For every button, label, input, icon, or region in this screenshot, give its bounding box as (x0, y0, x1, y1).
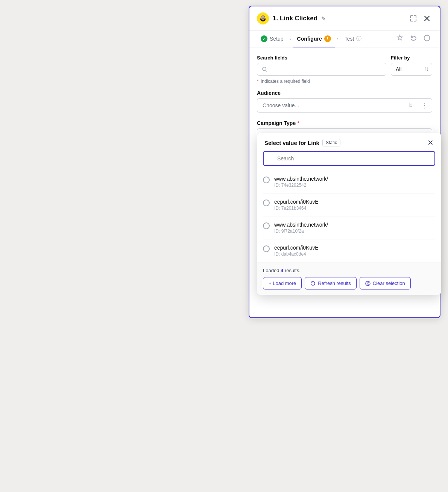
item-text-1: www.absinthe.network/ ID: 74e3292542 (274, 176, 328, 188)
audience-placeholder: Choose value... (263, 102, 299, 108)
mailchimp-icon (257, 12, 269, 24)
clear-icon (365, 281, 371, 286)
audience-label: Audience (257, 90, 432, 96)
tabs-row: ✓ Setup › Configure ! › Test ⓘ (249, 31, 440, 47)
panel-header: 1. Link Clicked ✎ (249, 6, 440, 31)
popup-search-input[interactable] (263, 151, 435, 166)
item-url-3: www.absinthe.network/ (274, 222, 328, 228)
list-item[interactable]: www.absinthe.network/ ID: 74e3292542 (263, 171, 435, 193)
item-text-3: www.absinthe.network/ ID: 9f72a10f2a (274, 222, 328, 234)
popup-footer: Loaded 4 results. + Load more Refresh re… (257, 262, 441, 295)
load-more-label: + Load more (269, 280, 296, 286)
radio-circle-1[interactable] (263, 177, 270, 183)
filter-by-section: Filter by All (391, 55, 432, 76)
tab-configure[interactable]: Configure ! (293, 31, 335, 47)
list-item[interactable]: eepurl.com/i0KuvE ID: 7e201b3464 (263, 193, 435, 216)
popup-search-section (257, 151, 441, 171)
audience-chevrons: ⇅ (409, 103, 412, 108)
required-note: * Indicates a required field (257, 79, 432, 84)
popup-search-wrap (263, 151, 435, 166)
search-fields-input[interactable] (270, 66, 381, 72)
expand-button[interactable] (408, 13, 419, 24)
svg-point-8 (424, 35, 430, 41)
required-star: * (257, 79, 259, 84)
filter-by-select[interactable]: All (391, 63, 432, 76)
clear-selection-button[interactable]: Clear selection (360, 277, 411, 289)
magic-icon[interactable] (395, 33, 405, 45)
campaign-type-label: Campaign Type * (257, 120, 432, 126)
item-url-2: eepurl.com/i0KuvE (274, 199, 319, 205)
audience-field-row: Choose value... ⇅ ⋮ (257, 98, 432, 113)
test-info-icon: ⓘ (356, 35, 361, 42)
item-id-2: ID: 7e201b3464 (274, 206, 319, 211)
refresh-results-label: Refresh results (318, 280, 351, 286)
search-icon (262, 66, 267, 72)
setup-check-icon: ✓ (261, 35, 267, 42)
close-panel-button[interactable] (422, 13, 432, 24)
popup-list: www.absinthe.network/ ID: 74e3292542 eep… (257, 171, 441, 262)
item-id-3: ID: 9f72a10f2a (274, 228, 328, 234)
load-more-button[interactable]: + Load more (263, 277, 302, 289)
loaded-text: Loaded 4 results. (263, 268, 435, 273)
radio-circle-2[interactable] (263, 200, 270, 206)
right-panel: 1. Link Clicked ✎ ✓ Setup › (249, 6, 440, 318)
loaded-count: 4 (281, 268, 283, 273)
item-id-1: ID: 74e3292542 (274, 183, 328, 188)
tab-test[interactable]: Test ⓘ (341, 31, 366, 47)
svg-point-5 (262, 17, 262, 18)
edit-icon[interactable]: ✎ (321, 15, 326, 21)
item-text-2: eepurl.com/i0KuvE ID: 7e201b3464 (274, 199, 319, 211)
svg-point-2 (261, 15, 265, 20)
list-item[interactable]: eepurl.com/i0KuvE ID: dab4ac0de4 (263, 239, 435, 262)
configure-warn-icon: ! (324, 35, 331, 42)
static-badge: Static (322, 139, 340, 146)
popup-close-button[interactable]: ✕ (427, 139, 434, 146)
item-url-4: eepurl.com/i0KuvE (274, 245, 319, 251)
tab-chevron-2: › (336, 37, 339, 42)
refresh-results-button[interactable]: Refresh results (305, 277, 356, 289)
audience-input[interactable]: Choose value... ⇅ (257, 98, 418, 113)
radio-circle-4[interactable] (263, 245, 270, 252)
list-item[interactable]: www.absinthe.network/ ID: 9f72a10f2a (263, 216, 435, 239)
audience-more-button[interactable]: ⋮ (418, 98, 432, 113)
svg-point-6 (263, 17, 264, 18)
panel-title-section: 1. Link Clicked ✎ (257, 12, 326, 24)
item-id-4: ID: dab4ac0de4 (274, 251, 319, 257)
comment-icon[interactable] (422, 33, 432, 45)
search-fields-label: Search fields (257, 55, 386, 61)
tab-setup[interactable]: ✓ Setup (257, 31, 287, 47)
search-fields-input-wrap[interactable] (257, 63, 386, 76)
panel-header-actions (408, 13, 432, 24)
tab-chevron-1: › (289, 37, 292, 42)
link-dropdown-popup: Select value for Link Static ✕ (257, 133, 441, 295)
audience-field: Audience Choose value... ⇅ ⋮ (257, 90, 432, 113)
required-note-text: Indicates a required field (261, 79, 310, 84)
campaign-type-required: * (297, 120, 299, 126)
radio-circle-3[interactable] (263, 222, 270, 229)
footer-actions: + Load more Refresh results Clear select… (263, 277, 435, 289)
item-text-4: eepurl.com/i0KuvE ID: dab4ac0de4 (274, 245, 319, 257)
search-fields-section: Search fields (257, 55, 386, 76)
popup-title: Select value for Link Static (264, 139, 340, 146)
clear-selection-label: Clear selection (373, 280, 405, 286)
search-filter-row: Search fields Filter by All (257, 55, 432, 76)
filter-by-select-wrap[interactable]: All (391, 63, 432, 76)
popup-header: Select value for Link Static ✕ (257, 133, 441, 151)
filter-by-label: Filter by (391, 55, 432, 61)
tabs-left: ✓ Setup › Configure ! › Test ⓘ (257, 31, 365, 47)
tabs-right (395, 33, 432, 45)
item-url-1: www.absinthe.network/ (274, 176, 328, 182)
refresh-icon (310, 281, 316, 286)
panel-title: 1. Link Clicked (273, 15, 317, 22)
undo-icon[interactable] (408, 33, 419, 45)
